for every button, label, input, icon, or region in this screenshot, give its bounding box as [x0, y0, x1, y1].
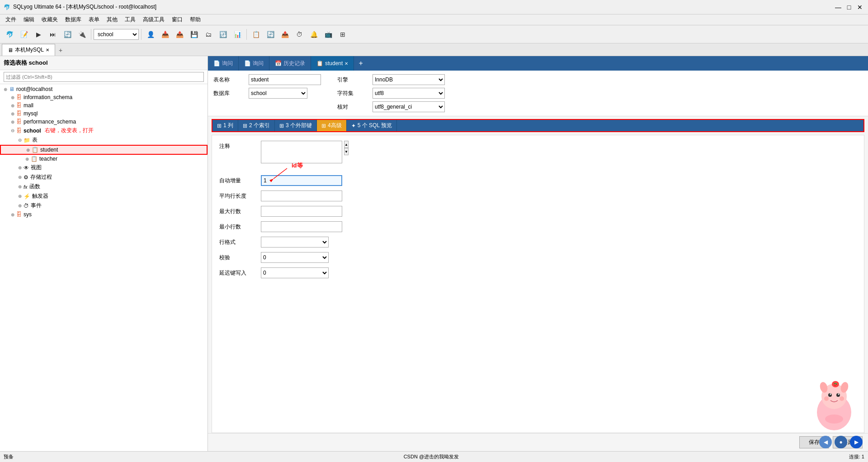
tree-item-mysql[interactable]: ⊕ 🗄 mysql	[0, 110, 208, 118]
migration-button[interactable]: 📤	[278, 28, 292, 41]
row-format-select[interactable]	[261, 237, 329, 248]
comment-input[interactable]	[261, 141, 342, 163]
user-button[interactable]: 👤	[144, 28, 157, 41]
history-button[interactable]: ⏱	[292, 28, 306, 41]
backup-button[interactable]: 💾	[187, 28, 201, 41]
query-tab-history[interactable]: 📅 历史记录	[269, 56, 311, 71]
query-tab-history-icon: 📅	[275, 60, 282, 67]
title-bar: 🐬 SQLyog Ultimate 64 - [本机MySQL/school -…	[0, 0, 868, 14]
comment-scroll-up[interactable]: ▲	[344, 141, 349, 148]
menu-database[interactable]: 数据库	[61, 15, 85, 24]
notify-button[interactable]: 🔔	[307, 28, 321, 41]
tree-item-mall[interactable]: ⊕ 🗄 mall	[0, 101, 208, 110]
advanced-tab-label: 4高级	[328, 122, 342, 129]
menu-favorites[interactable]: 收藏夹	[38, 15, 61, 24]
menu-file[interactable]: 文件	[2, 15, 20, 24]
database-select[interactable]: school	[94, 29, 139, 40]
tree-item-teacher[interactable]: ⊕ 📋 teacher	[0, 155, 208, 163]
query-tab-student[interactable]: 📋 student ✕	[311, 56, 354, 71]
stored-proc-icon: ⚙	[24, 174, 28, 181]
table-view-button[interactable]: 📊	[231, 28, 244, 41]
comment-scroll-down[interactable]: ▼	[344, 148, 349, 155]
avg-row-input[interactable]	[261, 191, 342, 201]
tree-item-triggers[interactable]: ⊕ ⚡ 触发器	[0, 191, 208, 201]
maximize-button[interactable]: □	[844, 3, 854, 12]
query-tab-1[interactable]: 📄 询问	[208, 56, 239, 71]
section-tab-advanced[interactable]: ⊞ 4高级	[317, 120, 347, 131]
expand-views-icon: ⊕	[16, 165, 24, 170]
query-tab-1-label: 询问	[222, 60, 233, 67]
sync-button[interactable]: 🔃	[216, 28, 230, 41]
new-connection-button[interactable]: 🐬	[3, 28, 16, 41]
sync2-button[interactable]: 🔄	[264, 28, 277, 41]
restore-db-button[interactable]: 🗂	[202, 28, 215, 41]
tree-item-sys[interactable]: ⊕ 🗄 sys	[0, 210, 208, 219]
table-name-input[interactable]	[249, 74, 321, 85]
connect-button[interactable]: 🔌	[75, 28, 89, 41]
tree-item-views[interactable]: ⊕ 👁 视图	[0, 163, 208, 172]
menu-help[interactable]: 帮助	[186, 15, 204, 24]
query-tab-bar: 📄 询问 📄 询问 📅 历史记录 📋 student ✕ +	[208, 56, 868, 71]
conn-tab-local-mysql[interactable]: 🖥 本机MySQL ✕	[2, 44, 55, 56]
tree-item-student[interactable]: ⊕ 📋 student	[0, 145, 208, 155]
toolbar: 🐬 📝 ▶ ⏭ 🔄 🔌 school 👤 📥 📤 💾 🗂 🔃 📊 📋 🔄 📤 ⏱…	[0, 25, 868, 43]
mysql-label: mysql	[24, 110, 38, 117]
execute-button[interactable]: ▶	[32, 28, 45, 41]
refresh-button[interactable]: 🔄	[61, 28, 74, 41]
engine-select[interactable]: InnoDB	[373, 74, 445, 85]
new-query-button[interactable]: 📝	[17, 28, 31, 41]
query-tab-2[interactable]: 📄 询问	[239, 56, 269, 71]
toolbar-separator-2	[141, 29, 142, 40]
section-tab-indexes[interactable]: ⊞ 2 个索引	[238, 120, 275, 131]
circle-btn-2[interactable]: ●	[835, 436, 847, 448]
tree-item-functions[interactable]: ⊕ fx 函数	[0, 182, 208, 191]
triggers-label: 触发器	[32, 192, 48, 200]
menu-window[interactable]: 窗口	[168, 15, 186, 24]
auto-incr-input[interactable]	[261, 175, 342, 186]
circle-btn-1[interactable]: ◀	[819, 436, 832, 448]
tree-item-info-schema[interactable]: ⊕ 🗄 information_schema	[0, 93, 208, 101]
collate-select[interactable]: utf8_general_ci	[373, 101, 445, 112]
delay-key-select[interactable]: 0 1	[261, 267, 329, 278]
import-button[interactable]: 📥	[158, 28, 172, 41]
indexes-tab-icon: ⊞	[243, 123, 247, 129]
menu-edit[interactable]: 编辑	[20, 15, 38, 24]
menu-tools[interactable]: 工具	[121, 15, 139, 24]
stop-button[interactable]: ⏭	[46, 28, 60, 41]
monitor-button[interactable]: 📺	[321, 28, 335, 41]
schedule-button[interactable]: 📋	[249, 28, 263, 41]
tree-item-school[interactable]: ⊖ 🗄 school 右键，改变表，打开	[0, 126, 208, 135]
section-tab-foreign-keys[interactable]: ⊞ 3 个外部键	[275, 120, 317, 131]
section-tab-columns[interactable]: ⊞ 1 列	[212, 120, 238, 131]
tree-item-tables-folder[interactable]: ⊖ 📁 表	[0, 135, 208, 145]
section-tab-sql-preview[interactable]: ✦ 5 个 SQL 预览	[347, 120, 397, 131]
query-tab-student-close[interactable]: ✕	[344, 61, 348, 66]
checksum-select[interactable]: 0 1	[261, 252, 329, 263]
school-label: school	[24, 128, 41, 134]
query-tab-add-button[interactable]: +	[354, 56, 367, 71]
charset-select[interactable]: utf8	[373, 88, 445, 99]
export-button[interactable]: 📤	[173, 28, 186, 41]
conn-tab-add-button[interactable]: +	[55, 45, 66, 56]
conn-tab-close-button[interactable]: ✕	[46, 48, 49, 52]
table-meta-area: 表名称 引擎 InnoDB 数据库 school 字符集 utf8	[208, 71, 868, 116]
minimize-button[interactable]: —	[834, 3, 843, 12]
expand-student-icon: ⊕	[24, 148, 32, 152]
tree-item-root[interactable]: ⊕ 🖥 root@localhost	[0, 85, 208, 93]
min-rows-input[interactable]	[261, 221, 342, 232]
circle-btn-3[interactable]: ▶	[850, 436, 863, 448]
grid-button[interactable]: ⊞	[336, 28, 349, 41]
menu-table[interactable]: 表单	[85, 15, 103, 24]
sidebar-search-input[interactable]	[4, 72, 204, 82]
menu-advanced-tools[interactable]: 高级工具	[139, 15, 168, 24]
toolbar-separator-1	[91, 29, 91, 40]
menu-other[interactable]: 其他	[103, 15, 121, 24]
tree-item-perf-schema[interactable]: ⊕ 🗄 performance_schema	[0, 118, 208, 126]
max-rows-input[interactable]	[261, 206, 342, 217]
min-rows-row: 最小行数	[219, 221, 857, 232]
tree-item-stored-proc[interactable]: ⊕ ⚙ 存储过程	[0, 172, 208, 182]
tree-item-events[interactable]: ⊕ ⏱ 事件	[0, 201, 208, 210]
db-select[interactable]: school	[249, 88, 307, 99]
close-button[interactable]: ✕	[855, 3, 864, 12]
foreign-keys-tab-icon: ⊞	[279, 123, 284, 129]
